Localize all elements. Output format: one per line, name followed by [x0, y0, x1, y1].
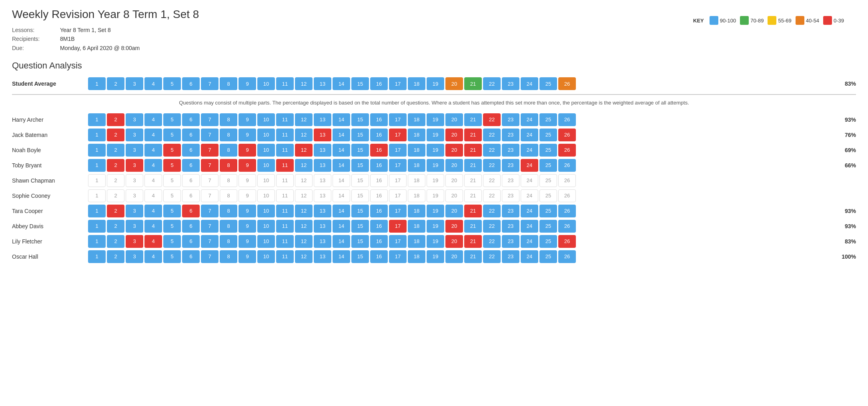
question-cell[interactable]: 23 [502, 250, 519, 263]
question-cell[interactable]: 2 [107, 250, 124, 263]
question-cell[interactable]: 3 [126, 129, 143, 141]
question-cell[interactable]: 7 [201, 205, 219, 217]
question-cell[interactable]: 1 [88, 174, 106, 187]
question-cell[interactable]: 3 [126, 113, 143, 126]
question-cell[interactable]: 9 [239, 189, 256, 202]
question-cell[interactable]: 2 [107, 235, 124, 248]
question-cell[interactable]: 15 [351, 250, 369, 263]
question-cell[interactable]: 20 [445, 113, 463, 126]
question-cell[interactable]: 14 [333, 235, 350, 248]
question-cell[interactable]: 22 [483, 77, 501, 90]
question-cell[interactable]: 14 [333, 250, 350, 263]
question-cell[interactable]: 13 [314, 159, 331, 172]
question-cell[interactable]: 25 [539, 129, 557, 141]
question-cell[interactable]: 26 [558, 77, 576, 90]
question-cell[interactable]: 23 [502, 129, 519, 141]
question-cell[interactable]: 11 [276, 113, 294, 126]
question-cell[interactable]: 5 [163, 159, 181, 172]
question-cell[interactable]: 17 [389, 235, 407, 248]
question-cell[interactable]: 24 [521, 129, 538, 141]
question-cell[interactable]: 24 [521, 144, 538, 157]
question-cell[interactable]: 4 [144, 129, 162, 141]
question-cell[interactable]: 10 [257, 77, 275, 90]
question-cell[interactable]: 26 [558, 205, 576, 217]
question-cell[interactable]: 6 [182, 144, 200, 157]
question-cell[interactable]: 16 [370, 77, 388, 90]
question-cell[interactable]: 14 [333, 174, 350, 187]
question-cell[interactable]: 14 [333, 159, 350, 172]
question-cell[interactable]: 3 [126, 144, 143, 157]
question-cell[interactable]: 19 [427, 113, 444, 126]
question-cell[interactable]: 17 [389, 129, 407, 141]
question-cell[interactable]: 24 [521, 159, 538, 172]
question-cell[interactable]: 16 [370, 144, 388, 157]
question-cell[interactable]: 4 [144, 220, 162, 233]
question-cell[interactable]: 4 [144, 205, 162, 217]
question-cell[interactable]: 16 [370, 250, 388, 263]
question-cell[interactable]: 5 [163, 77, 181, 90]
question-cell[interactable]: 26 [558, 220, 576, 233]
question-cell[interactable]: 19 [427, 235, 444, 248]
question-cell[interactable]: 15 [351, 189, 369, 202]
question-cell[interactable]: 21 [464, 113, 482, 126]
question-cell[interactable]: 24 [521, 220, 538, 233]
question-cell[interactable]: 2 [107, 77, 124, 90]
question-cell[interactable]: 16 [370, 129, 388, 141]
question-cell[interactable]: 6 [182, 77, 200, 90]
question-cell[interactable]: 17 [389, 144, 407, 157]
question-cell[interactable]: 11 [276, 129, 294, 141]
question-cell[interactable]: 23 [502, 113, 519, 126]
question-cell[interactable]: 4 [144, 250, 162, 263]
question-cell[interactable]: 11 [276, 144, 294, 157]
question-cell[interactable]: 23 [502, 220, 519, 233]
question-cell[interactable]: 21 [464, 250, 482, 263]
question-cell[interactable]: 25 [539, 174, 557, 187]
question-cell[interactable]: 3 [126, 174, 143, 187]
question-cell[interactable]: 19 [427, 220, 444, 233]
question-cell[interactable]: 4 [144, 189, 162, 202]
question-cell[interactable]: 14 [333, 113, 350, 126]
question-cell[interactable]: 11 [276, 189, 294, 202]
question-cell[interactable]: 25 [539, 113, 557, 126]
question-cell[interactable]: 19 [427, 174, 444, 187]
question-cell[interactable]: 25 [539, 144, 557, 157]
question-cell[interactable]: 14 [333, 205, 350, 217]
question-cell[interactable]: 18 [408, 144, 425, 157]
question-cell[interactable]: 26 [558, 189, 576, 202]
question-cell[interactable]: 21 [464, 174, 482, 187]
question-cell[interactable]: 3 [126, 159, 143, 172]
question-cell[interactable]: 26 [558, 250, 576, 263]
question-cell[interactable]: 24 [521, 235, 538, 248]
question-cell[interactable]: 18 [408, 77, 425, 90]
question-cell[interactable]: 18 [408, 129, 425, 141]
question-cell[interactable]: 8 [220, 159, 237, 172]
question-cell[interactable]: 2 [107, 144, 124, 157]
question-cell[interactable]: 12 [295, 189, 313, 202]
question-cell[interactable]: 22 [483, 129, 501, 141]
question-cell[interactable]: 11 [276, 174, 294, 187]
question-cell[interactable]: 15 [351, 144, 369, 157]
question-cell[interactable]: 26 [558, 159, 576, 172]
question-cell[interactable]: 15 [351, 205, 369, 217]
question-cell[interactable]: 9 [239, 77, 256, 90]
question-cell[interactable]: 26 [558, 113, 576, 126]
question-cell[interactable]: 22 [483, 144, 501, 157]
question-cell[interactable]: 11 [276, 205, 294, 217]
question-cell[interactable]: 15 [351, 129, 369, 141]
question-cell[interactable]: 5 [163, 113, 181, 126]
question-cell[interactable]: 13 [314, 77, 331, 90]
question-cell[interactable]: 24 [521, 113, 538, 126]
question-cell[interactable]: 1 [88, 113, 106, 126]
question-cell[interactable]: 21 [464, 129, 482, 141]
question-cell[interactable]: 20 [445, 159, 463, 172]
question-cell[interactable]: 12 [295, 174, 313, 187]
question-cell[interactable]: 7 [201, 77, 219, 90]
question-cell[interactable]: 16 [370, 159, 388, 172]
question-cell[interactable]: 21 [464, 235, 482, 248]
question-cell[interactable]: 3 [126, 220, 143, 233]
question-cell[interactable]: 21 [464, 205, 482, 217]
question-cell[interactable]: 10 [257, 174, 275, 187]
question-cell[interactable]: 13 [314, 235, 331, 248]
question-cell[interactable]: 13 [314, 220, 331, 233]
question-cell[interactable]: 22 [483, 220, 501, 233]
